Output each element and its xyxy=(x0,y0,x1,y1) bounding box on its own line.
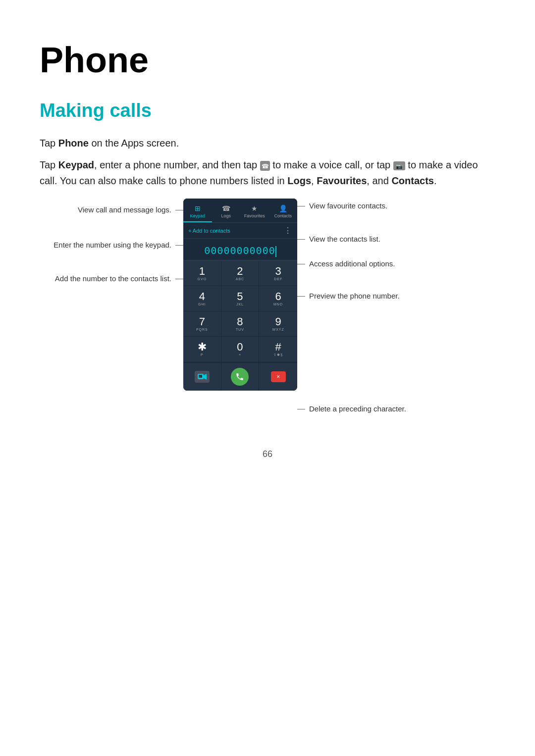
bold-keypad: Keypad xyxy=(58,159,94,170)
key-6-sub: MNO xyxy=(273,302,283,306)
key-3[interactable]: 3 DEF xyxy=(259,261,297,286)
key-2-sub: ABC xyxy=(236,277,244,281)
left-annotations: View call and message logs. Enter the nu… xyxy=(40,199,183,290)
annotation-add-contacts: Add the number to the contacts list. xyxy=(40,274,183,284)
key-hash[interactable]: # ⇧✱§ xyxy=(259,337,297,362)
key-2[interactable]: 2 ABC xyxy=(221,261,260,286)
tab-logs[interactable]: ☎ Logs xyxy=(212,202,241,222)
key-1-main: 1 xyxy=(199,266,205,277)
key-5-sub: JKL xyxy=(236,302,244,306)
contacts-tab-label: Contacts xyxy=(274,213,292,218)
page-number: 66 xyxy=(40,449,495,459)
page-title: Phone xyxy=(40,40,495,80)
key-1[interactable]: 1 GVo xyxy=(183,261,221,286)
key-2-main: 2 xyxy=(237,266,243,277)
annotation-logs: View call and message logs. xyxy=(40,205,183,215)
tab-favourites[interactable]: ★ Favourites xyxy=(240,202,269,222)
key-9[interactable]: 9 WXYZ xyxy=(259,311,297,337)
annotation-logs-text: View call and message logs. xyxy=(78,205,171,215)
key-3-main: 3 xyxy=(275,266,281,277)
key-0-main: 0 xyxy=(237,342,243,353)
keypad-grid: 1 GVo 2 ABC 3 DEF 4 GHI 5 JKL 6 MNO xyxy=(183,260,297,362)
key-8-main: 8 xyxy=(237,316,243,327)
svg-text:📷: 📷 xyxy=(396,163,403,170)
key-8-sub: TUV xyxy=(236,328,244,331)
favourites-tab-icon: ★ xyxy=(251,204,258,212)
annotation-preview: Preview the phone number. xyxy=(297,291,490,301)
annotation-keypad-line xyxy=(175,245,183,246)
annotation-more-options: Access additional options. xyxy=(297,259,490,269)
svg-text:✕: ✕ xyxy=(276,374,280,379)
video-call-button[interactable]: + xyxy=(195,371,210,383)
annotation-contacts-list-text: View the contacts list. xyxy=(309,234,380,244)
right-annotations: View favourite contacts. View the contac… xyxy=(297,199,490,419)
favourites-tab-label: Favourites xyxy=(244,213,265,218)
key-7-main: 7 xyxy=(199,316,205,327)
phone-device: ⊞ Keypad ☎ Logs ★ Favourites 👤 Contacts … xyxy=(183,199,297,391)
logs-tab-label: Logs xyxy=(221,213,231,218)
bold-contacts: Contacts xyxy=(391,175,434,186)
delete-btn-icon: ✕ xyxy=(274,373,283,380)
key-5[interactable]: 5 JKL xyxy=(221,286,260,311)
annotation-delete-text: Delete a preceding character. xyxy=(309,404,406,414)
annotation-more-options-text: Access additional options. xyxy=(309,259,395,269)
voice-call-button[interactable] xyxy=(231,368,249,386)
key-9-sub: WXYZ xyxy=(272,328,284,331)
key-7-sub: PQRS xyxy=(196,328,208,331)
keypad-tab-icon: ⊞ xyxy=(195,204,201,212)
annotation-more-options-line xyxy=(297,264,305,264)
tab-keypad[interactable]: ⊞ Keypad xyxy=(183,202,212,222)
key-6[interactable]: 6 MNO xyxy=(259,286,297,311)
key-star-main: ✱ xyxy=(198,342,207,353)
svg-marker-5 xyxy=(204,374,207,380)
keypad-tab-label: Keypad xyxy=(190,213,205,218)
key-9-main: 9 xyxy=(275,316,281,327)
key-hash-main: # xyxy=(275,342,281,353)
phone-number-value: 00000000000 xyxy=(204,245,275,256)
key-8[interactable]: 8 TUV xyxy=(221,311,260,337)
video-call-icon: 📷 xyxy=(393,161,405,170)
bold-phone: Phone xyxy=(58,138,89,149)
key-star-sub: P xyxy=(201,353,204,356)
annotation-add-contacts-line xyxy=(175,279,183,279)
annotation-keypad-text: Enter the number using the keypad. xyxy=(54,240,171,250)
annotation-add-contacts-text: Add the number to the contacts list. xyxy=(55,274,171,284)
delete-cell[interactable]: ✕ xyxy=(259,363,297,391)
key-4[interactable]: 4 GHI xyxy=(183,286,221,311)
key-hash-sub: ⇧✱§ xyxy=(273,353,283,357)
phone-tabs: ⊞ Keypad ☎ Logs ★ Favourites 👤 Contacts xyxy=(183,199,297,223)
svg-text:☎: ☎ xyxy=(261,163,268,170)
keypad-actions: + ✕ xyxy=(183,362,297,391)
add-contacts-row[interactable]: + Add to contacts ⋮ xyxy=(183,223,297,239)
annotation-contacts-list-line xyxy=(297,239,305,240)
key-3-sub: DEF xyxy=(274,277,282,281)
key-7[interactable]: 7 PQRS xyxy=(183,311,221,337)
logs-tab-icon: ☎ xyxy=(222,204,230,212)
key-5-main: 5 xyxy=(237,291,243,302)
key-4-sub: GHI xyxy=(198,302,206,306)
more-options-icon[interactable]: ⋮ xyxy=(284,226,292,235)
voice-call-cell[interactable] xyxy=(221,363,260,391)
key-4-main: 4 xyxy=(199,291,205,302)
contacts-tab-icon: 👤 xyxy=(279,204,287,212)
video-call-cell[interactable]: + xyxy=(183,363,221,391)
annotation-preview-line xyxy=(297,296,305,297)
add-contacts-label: + Add to contacts xyxy=(188,228,230,234)
key-0[interactable]: 0 + xyxy=(221,337,260,362)
tab-contacts[interactable]: 👤 Contacts xyxy=(269,202,298,222)
annotation-favourites: View favourite contacts. xyxy=(297,201,490,211)
key-1-sub: GVo xyxy=(198,277,207,281)
key-star[interactable]: ✱ P xyxy=(183,337,221,362)
annotation-preview-text: Preview the phone number. xyxy=(309,291,400,301)
annotation-delete-line xyxy=(297,409,305,409)
section-title: Making calls xyxy=(40,100,495,121)
delete-button[interactable]: ✕ xyxy=(271,371,286,382)
annotation-keypad: Enter the number using the keypad. xyxy=(40,240,183,250)
diagram: View call and message logs. Enter the nu… xyxy=(40,199,495,419)
intro-paragraph-1: Tap Phone on the Apps screen. xyxy=(40,135,495,151)
bold-favourites: Favourites xyxy=(317,175,367,186)
intro-paragraph-2: Tap Keypad, enter a phone number, and th… xyxy=(40,157,495,189)
annotation-contacts-list: View the contacts list. xyxy=(297,234,490,244)
number-display: 00000000000 xyxy=(183,239,297,260)
phone-number-text: 00000000000 xyxy=(188,245,292,257)
